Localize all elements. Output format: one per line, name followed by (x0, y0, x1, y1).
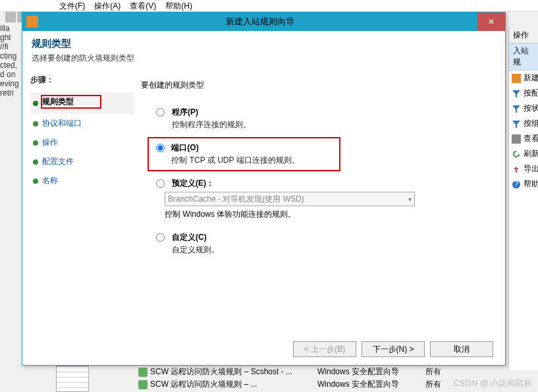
radio-port[interactable] (156, 144, 165, 152)
dialog-title: 新建入站规则向导 (42, 16, 477, 28)
menu-view[interactable]: 查看(V) (130, 0, 156, 11)
rule-name: SCW 远程访问防火墙规则 – Scshost - ... (150, 366, 315, 378)
step-label: 操作 (42, 137, 58, 148)
svg-marker-2 (512, 105, 520, 113)
firewall-icon (512, 74, 521, 83)
export-icon (512, 165, 521, 174)
step-label: 名称 (42, 175, 58, 186)
rule-group: Windows 安全配置向导 (317, 379, 423, 390)
step-dot-icon (33, 159, 38, 165)
svg-rect-0 (512, 74, 521, 83)
option-label: 程序(P) (172, 107, 251, 118)
rule-type-program[interactable]: 程序(P) 控制程序连接的规则。 (153, 107, 492, 130)
menu-file[interactable]: 文件(F) (59, 0, 85, 11)
wizard-header: 规则类型 选择要创建的防火墙规则类型 (22, 31, 505, 69)
wizard-steps: 步骤： 规则类型协议和端口操作配置文件名称 (22, 69, 134, 359)
wizard-footer: < 上一步(B) 下一步(N) > 取消 (293, 341, 493, 357)
radio-program[interactable] (156, 108, 165, 117)
shield-icon (138, 380, 148, 389)
svg-marker-3 (512, 121, 520, 128)
ruler-fragment (56, 366, 89, 392)
cancel-button[interactable]: 取消 (430, 341, 493, 357)
side-item-0[interactable]: 新建 (509, 70, 538, 86)
wizard-content: 要创建的规则类型 程序(P) 控制程序连接的规则。 端口(O) 控制 TCP 或… (134, 69, 505, 359)
side-item-label: 刷新 (524, 148, 538, 159)
actions-panel: 操作 入站规 新建按配按状按组查看刷新导出?帮助 (508, 28, 538, 370)
svg-rect-4 (512, 134, 521, 144)
rule-extra: 所有 (425, 366, 441, 378)
rule-type-port[interactable]: 端口(O) 控制 TCP 或 UDP 端口连接的规则。 (153, 142, 492, 166)
refresh-icon (512, 150, 521, 159)
wizard-dialog: 新建入站规则向导 ✕ 规则类型 选择要创建的防火墙规则类型 步骤： 规则类型协议… (22, 12, 506, 366)
step-dot-icon (33, 121, 38, 126)
option-label: 端口(O) (171, 142, 299, 154)
option-label: 自定义(C) (172, 232, 219, 243)
toolbar-icon[interactable] (5, 12, 16, 22)
option-desc: 控制 TCP 或 UDP 端口连接的规则。 (171, 155, 299, 166)
rule-group: Windows 安全配置向导 (317, 366, 423, 378)
side-item-label: 按组 (524, 118, 538, 129)
svg-marker-1 (512, 90, 520, 98)
back-button[interactable]: < 上一步(B) (293, 341, 356, 357)
close-button[interactable]: ✕ (477, 13, 505, 31)
step-dot-icon (33, 179, 38, 184)
radio-predefined[interactable] (156, 179, 165, 188)
chevron-down-icon: ▾ (408, 196, 412, 203)
side-item-label: 导出 (524, 163, 538, 175)
step-label: 协议和端口 (42, 118, 82, 129)
rule-row[interactable]: SCW 远程访问防火墙规则 – Scshost - ... Windows 安全… (138, 366, 538, 378)
content-prompt: 要创建的规则类型 (141, 80, 492, 91)
actions-group-inbound[interactable]: 入站规 (509, 43, 538, 70)
side-item-7[interactable]: ?帮助 (509, 177, 538, 192)
side-item-label: 按配 (524, 88, 538, 99)
svg-rect-7 (26, 16, 38, 28)
side-item-6[interactable]: 导出 (509, 161, 538, 177)
menu-action[interactable]: 操作(A) (94, 0, 121, 11)
side-item-1[interactable]: 按配 (509, 86, 538, 101)
predefined-select[interactable]: BranchCache - 对等机发现(使用 WSD) ▾ (165, 192, 415, 206)
step-3[interactable]: 配置文件 (30, 152, 134, 171)
select-value: BranchCache - 对等机发现(使用 WSD) (168, 194, 304, 205)
shield-icon (138, 368, 148, 377)
step-label: 规则类型 (41, 95, 101, 109)
side-item-label: 按状 (524, 103, 538, 114)
rule-type-predefined[interactable]: 预定义(E)： (153, 178, 492, 189)
steps-label: 步骤： (30, 74, 134, 86)
watermark: CSDN @小柒和鼠标 (453, 378, 531, 389)
close-icon: ✕ (488, 17, 495, 26)
filter-icon (512, 119, 521, 128)
side-item-2[interactable]: 按状 (509, 101, 538, 116)
background-code-fragment: illaght//fictingcted,d onevingretri (0, 24, 22, 98)
side-item-label: 查看 (524, 133, 538, 144)
step-2[interactable]: 操作 (30, 133, 134, 152)
step-label: 配置文件 (42, 156, 74, 167)
side-item-3[interactable]: 按组 (509, 116, 538, 131)
next-button[interactable]: 下一步(N) > (362, 341, 425, 357)
step-dot-icon (33, 101, 38, 106)
wizard-header-subtitle: 选择要创建的防火墙规则类型 (32, 53, 496, 64)
rule-name: SCW 远程访问防火墙规则 – ... (150, 379, 315, 390)
option-label: 预定义(E)： (172, 178, 214, 189)
svg-text:?: ? (514, 180, 519, 188)
step-4[interactable]: 名称 (30, 171, 134, 190)
filter-icon (512, 104, 521, 113)
side-item-label: 帮助 (524, 179, 538, 190)
filter-icon (512, 89, 521, 98)
help-icon: ? (512, 180, 521, 189)
option-desc: 控制程序连接的规则。 (172, 119, 251, 130)
view-icon (512, 134, 521, 144)
app-menubar: 文件(F) 操作(A) 查看(V) 帮助(H) (0, 0, 538, 12)
menu-help[interactable]: 帮助(H) (165, 0, 192, 11)
step-0[interactable]: 规则类型 (30, 92, 134, 114)
step-1[interactable]: 协议和端口 (30, 114, 134, 133)
rule-type-custom[interactable]: 自定义(C) 自定义规则。 (153, 232, 492, 256)
step-dot-icon (33, 140, 38, 146)
radio-custom[interactable] (156, 233, 165, 242)
option-desc: 自定义规则。 (172, 244, 219, 256)
side-item-5[interactable]: 刷新 (509, 146, 538, 161)
side-item-4[interactable]: 查看 (509, 131, 538, 146)
firewall-icon (26, 16, 38, 28)
titlebar[interactable]: 新建入站规则向导 ✕ (22, 13, 505, 31)
rule-extra: 所有 (425, 379, 441, 390)
wizard-header-title: 规则类型 (32, 38, 496, 50)
